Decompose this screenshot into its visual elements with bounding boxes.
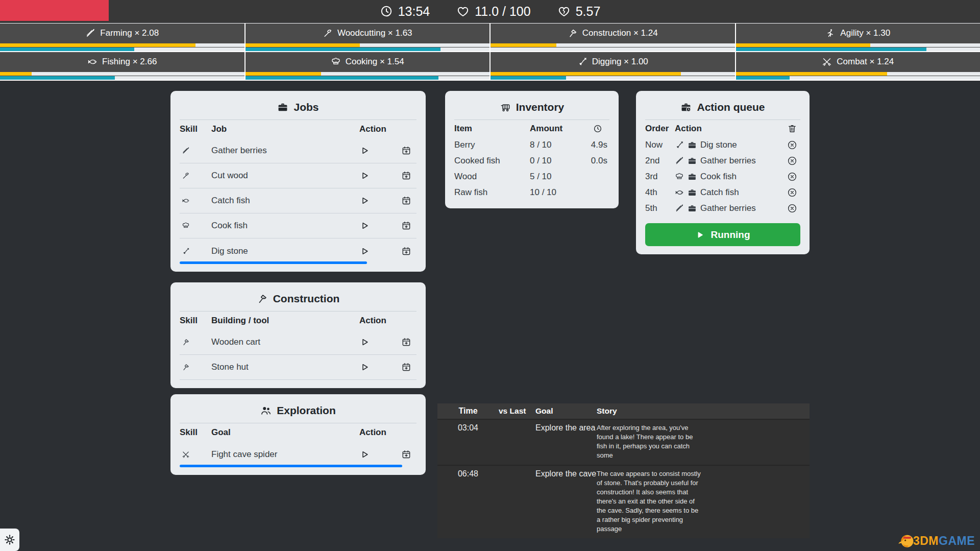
queue-add-button[interactable] [401, 246, 411, 256]
level-bar [0, 47, 134, 51]
queue-add-button[interactable] [401, 196, 411, 206]
xp-bar [246, 43, 360, 47]
remove-queue-item-button[interactable] [787, 203, 797, 213]
queue-add-button[interactable] [401, 449, 411, 460]
play-button[interactable] [359, 362, 370, 372]
item-amount: 8 / 10 [530, 140, 581, 150]
xp-bar [0, 43, 195, 47]
item-amount: 5 / 10 [530, 172, 581, 182]
item-name: Raw fish [454, 187, 530, 198]
xp-bar [246, 72, 321, 76]
briefcase-icon [688, 204, 697, 213]
watermark-3dm-text: 3DM [913, 534, 939, 548]
inventory-row-wood: Wood 5 / 10 [454, 169, 609, 184]
panel-title-text: Jobs [293, 101, 318, 113]
gear-icon [4, 534, 15, 545]
swords-icon [822, 57, 832, 67]
play-icon [695, 230, 704, 239]
col-story: Story [597, 406, 810, 416]
story-row-explore-cave: 06:48 Explore the cave The cave appears … [437, 466, 810, 538]
queue-row-2nd: 2nd Gather berries [645, 153, 800, 169]
xp-bar [491, 43, 556, 47]
settings-button[interactable] [0, 529, 19, 551]
heart-icon [456, 5, 470, 18]
xp-bar [736, 72, 888, 76]
exploration-panel: Exploration Skill Goal Action Fight cave… [170, 394, 426, 475]
top-status-bar: 13:54 11.0 / 100 5.57 [0, 0, 980, 22]
remove-queue-item-button[interactable] [787, 140, 797, 150]
play-button[interactable] [359, 246, 370, 256]
job-name: Cut wood [211, 171, 356, 181]
skill-label: Woodcutting × 1.63 [337, 28, 412, 38]
fish-icon [675, 188, 684, 197]
hammer-icon [568, 28, 578, 38]
skill-label: Digging × 1.00 [592, 57, 648, 67]
queue-add-button[interactable] [401, 362, 411, 372]
running-button[interactable]: Running [645, 223, 800, 246]
play-button[interactable] [359, 196, 370, 206]
fish-icon [87, 57, 97, 67]
play-button[interactable] [359, 146, 370, 156]
panel-title-text: Exploration [277, 404, 336, 417]
play-button[interactable] [359, 171, 370, 181]
watermark-3dmgame: 3DM GAME [898, 532, 975, 549]
col-action: Action [356, 316, 416, 326]
level-bar [491, 76, 566, 80]
wheat-icon [180, 146, 190, 156]
censored-logo-block [0, 0, 109, 21]
clear-queue-button[interactable] [787, 124, 797, 134]
panel-title-text: Action queue [697, 101, 765, 113]
queue-action-label: Cook fish [700, 172, 737, 182]
inventory-panel: Inventory Item Amount Berry 8 / 10 4.9s … [445, 91, 619, 208]
queue-add-button[interactable] [401, 171, 411, 181]
briefcase-icon [688, 172, 697, 181]
skill-tile-fishing: Fishing × 2.66 [0, 52, 244, 80]
level-bar [246, 47, 441, 51]
broken-heart-icon [557, 5, 571, 18]
story-log: Time vs Last Goal Story 03:04 Explore th… [437, 403, 810, 529]
construction-table-header: Skill Building / tool Action [180, 312, 416, 330]
queue-action-label: Dig stone [700, 140, 737, 150]
panel-title-text: Inventory [516, 101, 565, 113]
queue-add-button[interactable] [401, 221, 411, 231]
queue-add-button[interactable] [401, 337, 411, 347]
queue-add-button[interactable] [401, 146, 411, 156]
col-goal: Goal [535, 406, 597, 416]
job-name: Dig stone [211, 246, 356, 256]
swords-icon [180, 449, 190, 460]
xp-bar [736, 43, 870, 47]
job-row-cut-wood: Cut wood [180, 163, 416, 188]
queue-action-label: Catch fish [700, 187, 739, 198]
skill-label: Combat × 1.24 [837, 57, 894, 67]
health-lost-stat: 5.57 [557, 4, 601, 19]
story-vs-last [499, 469, 535, 534]
remove-queue-item-button[interactable] [787, 172, 797, 182]
level-bar [736, 47, 926, 51]
queue-action-label: Gather berries [700, 156, 756, 166]
skill-tile-cooking: Cooking × 1.54 [246, 52, 490, 80]
wheat-icon [675, 156, 684, 165]
col-skill: Skill [180, 124, 211, 134]
remove-queue-item-button[interactable] [787, 187, 797, 198]
story-vs-last [499, 423, 535, 460]
skill-label: Fishing × 2.66 [102, 57, 157, 67]
inventory-row-raw-fish: Raw fish 10 / 10 [454, 184, 609, 200]
story-log-header: Time vs Last Goal Story [437, 403, 810, 419]
construction-row-wooden-cart: Wooden cart [180, 330, 416, 355]
play-button[interactable] [359, 449, 370, 460]
skill-label: Farming × 2.08 [100, 28, 159, 38]
job-name: Catch fish [211, 196, 356, 206]
construction-row-stone-hut: Stone hut [180, 355, 416, 380]
level-bar [246, 76, 438, 80]
skill-tile-woodcutting: Woodcutting × 1.63 [246, 23, 490, 51]
health-lost-value: 5.57 [576, 4, 601, 19]
briefcase-icon [277, 102, 288, 113]
item-amount: 0 / 10 [530, 156, 581, 166]
skill-tile-combat: Combat × 1.24 [736, 52, 980, 80]
col-skill: Skill [180, 427, 211, 438]
story-goal: Explore the area [535, 423, 597, 460]
remove-queue-item-button[interactable] [787, 156, 797, 166]
play-button[interactable] [359, 337, 370, 347]
play-button[interactable] [359, 221, 370, 231]
skill-tile-construction: Construction × 1.24 [491, 23, 735, 51]
